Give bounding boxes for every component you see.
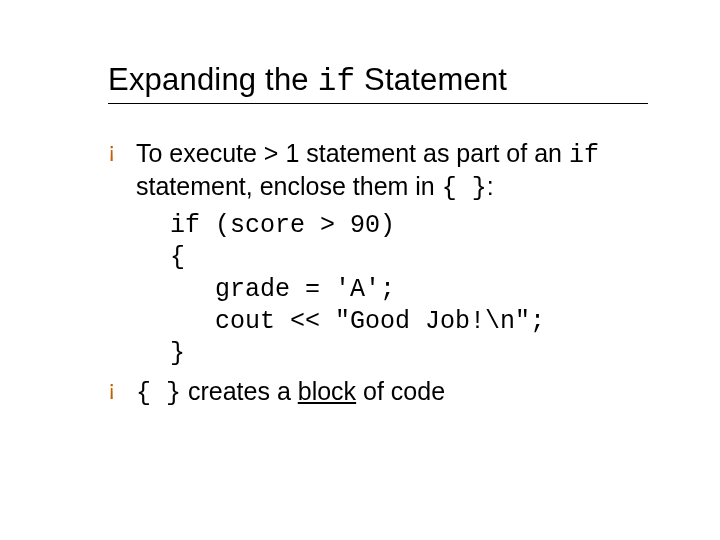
title-text-1: Expanding the <box>108 62 318 97</box>
bullet-text: creates a <box>181 377 298 405</box>
bullet-text: statement, enclose them in <box>136 172 442 200</box>
bullet-text: To execute > 1 statement as part of an <box>136 139 569 167</box>
slide: Expanding the if Statement To execute > … <box>0 0 720 540</box>
inline-code: if <box>569 141 599 170</box>
bullet-item: { } creates a block of code <box>108 376 648 409</box>
title-text-2: Statement <box>355 62 507 97</box>
code-example: if (score > 90) { grade = 'A'; cout << "… <box>170 210 648 370</box>
underlined-term: block <box>298 377 356 405</box>
bullet-item: To execute > 1 statement as part of an i… <box>108 138 648 204</box>
inline-code: { } <box>136 379 181 408</box>
bullet-text: of code <box>356 377 445 405</box>
title-code: if <box>318 64 356 99</box>
slide-title: Expanding the if Statement <box>108 62 648 104</box>
bullet-text: : <box>487 172 494 200</box>
slide-body: To execute > 1 statement as part of an i… <box>108 138 648 409</box>
inline-code: { } <box>442 174 487 203</box>
